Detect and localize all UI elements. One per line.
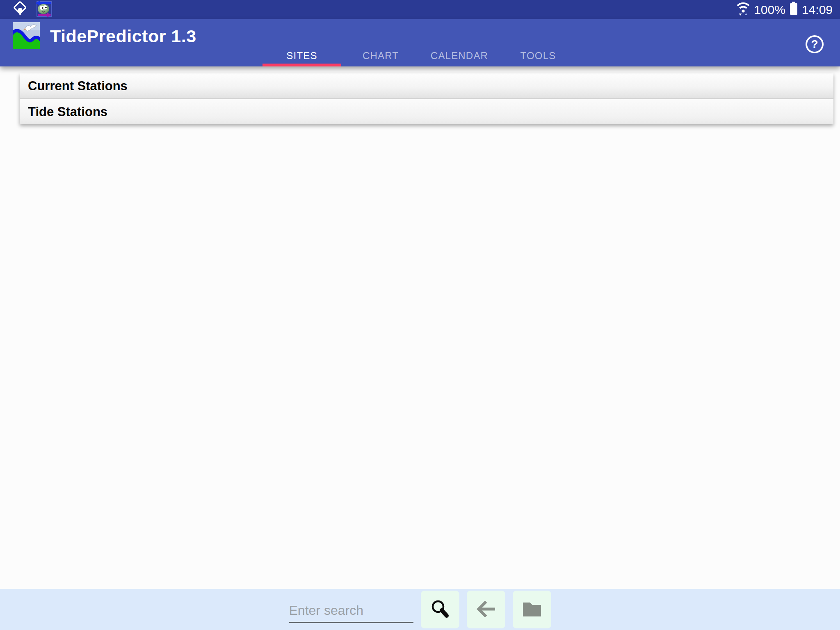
tab-sites-label: SITES (286, 50, 317, 62)
folder-icon (521, 600, 543, 619)
bottom-search-bar (0, 589, 840, 630)
battery-icon (789, 1, 798, 18)
tab-chart-label: CHART (363, 50, 399, 62)
search-input[interactable] (289, 603, 413, 623)
status-clock: 14:09 (802, 3, 833, 17)
back-button[interactable] (467, 591, 505, 628)
status-bar-indicators: 100% 14:09 (736, 0, 833, 19)
tab-chart[interactable]: CHART (341, 45, 420, 66)
list-item-tide-stations[interactable]: Tide Stations (20, 98, 833, 124)
battery-percentage: 100% (754, 3, 785, 17)
app-logo-icon (13, 22, 40, 49)
data-transfer-face-icon (33, 0, 52, 19)
diamond-bell-notification-icon (12, 1, 28, 19)
station-list: Current Stations Tide Stations (20, 73, 833, 124)
tab-bar: SITES CHART CALENDAR TOOLS (262, 45, 578, 66)
list-item-label: Current Stations (28, 79, 128, 94)
status-bar: 100% 14:09 (0, 0, 840, 19)
tab-tools-label: TOOLS (520, 50, 556, 62)
tab-calendar[interactable]: CALENDAR (420, 45, 499, 66)
tab-calendar-label: CALENDAR (431, 50, 488, 62)
page-title: TidePredictor 1.3 (50, 26, 196, 46)
tab-tools[interactable]: TOOLS (499, 45, 578, 66)
app-bar: TidePredictor 1.3 ? SITES CHART CALENDAR… (0, 19, 840, 66)
wifi-icon (736, 0, 750, 19)
main-content: Current Stations Tide Stations (0, 66, 840, 589)
status-bar-notification-icons (12, 0, 52, 19)
help-question-mark: ? (811, 38, 818, 51)
list-item-current-stations[interactable]: Current Stations (20, 73, 833, 98)
list-item-label: Tide Stations (28, 105, 107, 119)
app-bar-title-row: TidePredictor 1.3 (0, 19, 840, 49)
search-icon (430, 599, 450, 621)
help-button[interactable]: ? (806, 35, 824, 53)
tab-sites[interactable]: SITES (262, 45, 341, 66)
active-tab-indicator (262, 64, 341, 66)
folder-button[interactable] (513, 591, 551, 628)
tidepredictor-app-screen: 100% 14:09 (0, 0, 840, 630)
search-button[interactable] (421, 591, 459, 628)
back-arrow-icon (475, 599, 497, 620)
